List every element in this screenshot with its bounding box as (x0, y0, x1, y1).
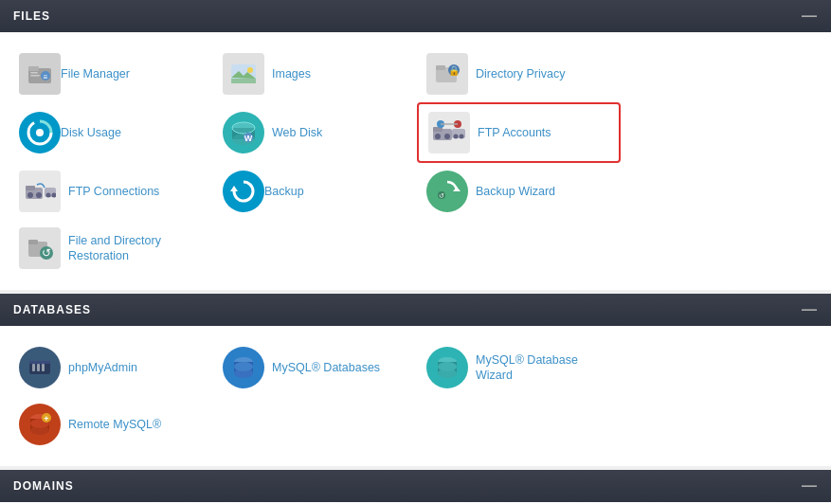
svg-point-28 (454, 135, 459, 139)
remote-mysql-label: Remote MySQL® (68, 417, 161, 432)
file-dir-restore-label: File and Directory Restoration (68, 233, 204, 264)
images-item[interactable]: Images (213, 45, 417, 102)
mysql-wizard-item[interactable]: MySQL® Database Wizard (417, 339, 621, 396)
svg-point-57 (234, 362, 253, 371)
svg-point-38 (46, 193, 51, 198)
svg-rect-51 (37, 364, 40, 371)
phpmyadmin-label: phpMyAdmin (68, 360, 137, 375)
backup-wizard-item[interactable]: ↺ Backup Wizard (417, 163, 621, 220)
databases-title: DATABASES (13, 303, 91, 316)
svg-rect-10 (436, 65, 445, 70)
file-manager-icon: ≡ (19, 53, 61, 95)
svg-point-35 (27, 192, 33, 198)
ftp-accounts-icon (428, 112, 470, 153)
files-title: FILES (13, 9, 50, 23)
files-header: FILES — (0, 0, 831, 32)
svg-point-29 (460, 135, 464, 139)
remote-mysql-item[interactable]: + Remote MySQL® (9, 396, 213, 453)
ftp-accounts-item[interactable]: FTP Accounts (417, 102, 621, 163)
svg-text:↺: ↺ (439, 192, 444, 199)
file-manager-label: File Manager (61, 66, 130, 81)
file-manager-item[interactable]: ≡ File Manager (9, 45, 213, 102)
backup-wizard-icon: ↺ (426, 171, 468, 212)
svg-point-26 (444, 134, 450, 139)
databases-collapse[interactable]: — (802, 301, 818, 318)
svg-rect-53 (29, 361, 50, 364)
ftp-connections-label: FTP Connections (68, 184, 159, 199)
backup-icon (223, 171, 264, 212)
domains-title: DOMAINS (13, 479, 74, 493)
svg-rect-3 (30, 75, 40, 77)
mysql-databases-label: MySQL® Databases (272, 360, 380, 375)
files-body: ≡ File Manager Images 🔒 Directory Privac… (0, 32, 831, 290)
backup-label: Backup (264, 184, 304, 199)
web-disk-item[interactable]: W Web Disk (213, 102, 417, 163)
svg-point-14 (36, 129, 44, 136)
mysql-wizard-icon (426, 347, 468, 388)
svg-rect-50 (32, 364, 35, 371)
svg-point-7 (247, 67, 253, 73)
svg-rect-46 (28, 240, 38, 244)
svg-rect-34 (26, 186, 35, 190)
images-label: Images (272, 66, 311, 81)
directory-privacy-item[interactable]: 🔒 Directory Privacy (417, 45, 621, 102)
svg-marker-40 (230, 186, 238, 191)
domains-collapse[interactable]: — (802, 477, 818, 495)
svg-text:W: W (244, 134, 253, 143)
images-icon (223, 53, 264, 95)
cpanel-container: FILES — ≡ File Manager Images 🔒 (0, 0, 831, 504)
disk-usage-icon (19, 112, 61, 153)
ftp-accounts-label: FTP Accounts (478, 125, 551, 140)
mysql-databases-icon (223, 347, 264, 388)
files-collapse[interactable]: — (802, 8, 818, 25)
backup-wizard-label: Backup Wizard (476, 184, 555, 199)
ftp-connections-icon (19, 171, 61, 212)
remote-mysql-icon: + (19, 404, 61, 445)
svg-rect-1 (28, 66, 39, 71)
file-dir-restore-item[interactable]: ↺ File and Directory Restoration (9, 220, 213, 277)
ftp-connections-item[interactable]: FTP Connections (9, 163, 213, 220)
svg-rect-8 (231, 79, 256, 83)
svg-point-36 (36, 192, 42, 198)
directory-privacy-label: Directory Privacy (476, 66, 565, 81)
databases-section: DATABASES — phpMyAdmin MySQL® Databases (0, 294, 831, 466)
svg-rect-52 (42, 364, 45, 371)
svg-point-61 (438, 362, 457, 371)
mysql-wizard-label: MySQL® Database Wizard (476, 352, 611, 384)
databases-body: phpMyAdmin MySQL® Databases MySQL® Datab… (0, 326, 831, 466)
web-disk-icon: W (223, 112, 264, 153)
files-section: FILES — ≡ File Manager Images 🔒 (0, 0, 831, 290)
backup-item[interactable]: Backup (213, 163, 417, 220)
databases-header: DATABASES — (0, 294, 831, 326)
domains-section: DOMAINS — Site Publisher .com Domains (0, 470, 831, 504)
svg-text:+: + (44, 414, 48, 423)
mysql-databases-item[interactable]: MySQL® Databases (213, 339, 417, 396)
file-dir-restore-icon: ↺ (19, 227, 61, 269)
svg-point-25 (435, 134, 441, 139)
svg-rect-2 (30, 72, 38, 74)
svg-text:↺: ↺ (42, 246, 51, 260)
disk-usage-label: Disk Usage (61, 125, 121, 140)
phpmyadmin-icon (19, 347, 61, 388)
directory-privacy-icon: 🔒 (426, 53, 468, 95)
phpmyadmin-item[interactable]: phpMyAdmin (9, 339, 213, 396)
web-disk-label: Web Disk (272, 125, 322, 140)
svg-text:≡: ≡ (44, 73, 48, 81)
domains-header: DOMAINS — (0, 470, 831, 502)
svg-text:🔒: 🔒 (448, 64, 461, 77)
disk-usage-item[interactable]: Disk Usage (9, 102, 213, 163)
